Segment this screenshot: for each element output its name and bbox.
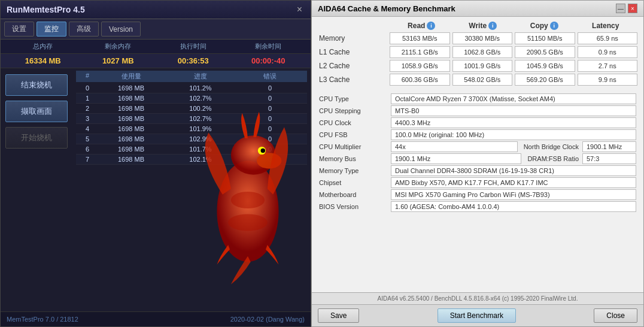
- close-button-right[interactable]: ×: [628, 4, 637, 13]
- sysinfo-row: CPU Type OctalCore AMD Ryzen 7 3700X (Ma…: [317, 93, 639, 104]
- bench-copy: 2090.5 GB/s: [515, 46, 575, 58]
- sysinfo-label: CPU Stepping: [319, 107, 391, 114]
- start-benchmark-button[interactable]: Start Benchmark: [438, 308, 516, 323]
- bench-latency: 65.9 ns: [578, 32, 638, 44]
- row-progress: 100.2%: [166, 105, 235, 112]
- row-errors: 0: [235, 156, 305, 163]
- row-usage: 1698 MB: [96, 105, 166, 112]
- sysinfo-row: CPU Multiplier 44x North Bridge Clock 19…: [317, 141, 639, 152]
- row-progress: 102.7%: [166, 95, 235, 102]
- bench-write: 1062.8 GB/s: [452, 46, 513, 58]
- sysinfo-row: Chipset AMD Bixby X570, AMD K17.7 FCH, A…: [317, 177, 639, 188]
- sysinfo-value: MTS-B0: [391, 105, 636, 116]
- left-nav: 设置 监控 高级 Version: [1, 19, 311, 40]
- stat-val-remain: 1027 MB: [81, 56, 156, 65]
- bench-row: Memory 53163 MB/s 30380 MB/s 51150 MB/s …: [317, 32, 639, 44]
- sysinfo-value2: 1900.1 MHz: [582, 141, 636, 152]
- table-row: 5 1698 MB 102.9% 0: [76, 134, 307, 144]
- row-id: 6: [78, 146, 96, 153]
- save-button[interactable]: Save: [318, 308, 359, 323]
- row-id: 1: [78, 95, 96, 102]
- sysinfo-row: Motherboard MSI MPG X570 Gaming Pro Carb…: [317, 189, 639, 200]
- row-id: 7: [78, 156, 96, 163]
- start-burn-button[interactable]: 开始烧机: [5, 127, 68, 149]
- row-id: 0: [78, 84, 96, 92]
- bench-read: 600.36 GB/s: [390, 74, 450, 86]
- right-footer: AIDA64 v6.25.5400 / BenchDLL 4.5.816.8-x…: [312, 292, 643, 304]
- row-errors: 0: [235, 84, 305, 92]
- row-progress: 101.9%: [166, 125, 235, 132]
- row-usage: 1698 MB: [96, 84, 166, 92]
- nav-monitor[interactable]: 监控: [37, 22, 66, 37]
- col-errors: 错误: [235, 72, 305, 81]
- right-title: AIDA64 Cache & Memory Benchmark: [318, 4, 455, 13]
- bench-write: 30380 MB/s: [452, 32, 513, 44]
- stats-header: 总内存 剩余内存 执行时间 剩余时间: [1, 40, 311, 54]
- stat-label-total: 总内存: [5, 42, 81, 51]
- minimize-button[interactable]: —: [616, 4, 625, 13]
- close-button-right2[interactable]: Close: [594, 308, 637, 323]
- footer-version: MemTestPro 7.0 / 21812: [7, 316, 78, 323]
- write-info-icon[interactable]: i: [488, 22, 497, 30]
- row-progress: 102.1%: [166, 156, 235, 163]
- col-write-header: Write i: [452, 22, 514, 30]
- bench-copy: 1045.9 GB/s: [515, 60, 575, 72]
- bench-label: L3 Cache: [317, 75, 388, 84]
- bench-rows: Memory 53163 MB/s 30380 MB/s 51150 MB/s …: [317, 32, 639, 86]
- col-copy-header: Copy i: [514, 22, 575, 30]
- row-errors: 0: [235, 135, 305, 143]
- footer-text: AIDA64 v6.25.5400 / BenchDLL 4.5.816.8-x…: [378, 295, 578, 302]
- table-row: 1 1698 MB 102.7% 0: [76, 93, 307, 104]
- close-button-left[interactable]: ×: [294, 4, 305, 15]
- left-main: 结束烧机 撷取画面 开始烧机 # 使用量 进度 错误 0 1698 MB 101…: [1, 68, 311, 292]
- stat-label-remaining-time: 剩余时间: [231, 42, 306, 51]
- bench-read: 53163 MB/s: [390, 32, 450, 44]
- copy-info-icon[interactable]: i: [550, 22, 558, 30]
- capture-button[interactable]: 撷取画面: [5, 101, 68, 122]
- nav-settings[interactable]: 设置: [4, 22, 34, 37]
- row-errors: 0: [235, 125, 305, 132]
- row-errors: 0: [235, 95, 305, 102]
- read-info-icon[interactable]: i: [427, 22, 435, 30]
- col-progress: 进度: [166, 72, 235, 81]
- sysinfo-label: Memory Bus: [319, 155, 391, 162]
- table-rows: 0 1698 MB 101.2% 0 1 1698 MB 102.7% 0 2 …: [76, 83, 307, 165]
- nav-advanced[interactable]: 高级: [69, 22, 99, 37]
- stat-val-remaining-time: 00:00:-40: [231, 56, 306, 65]
- bench-row: L2 Cache 1058.9 GB/s 1001.9 GB/s 1045.9 …: [317, 60, 639, 72]
- bench-header: Read i Write i Copy i Latency: [317, 22, 639, 30]
- sysinfo-row: CPU Stepping MTS-B0: [317, 105, 639, 116]
- row-progress: 101.2%: [166, 84, 235, 92]
- sysinfo-value2: 57:3: [582, 153, 636, 164]
- sysinfo-label: Chipset: [319, 179, 391, 186]
- sysinfo-value: OctalCore AMD Ryzen 7 3700X (Matisse, So…: [391, 93, 636, 104]
- sysinfo-value: AMD Bixby X570, AMD K17.7 FCH, AMD K17.7…: [391, 177, 636, 188]
- right-title-bar: AIDA64 Cache & Memory Benchmark — ×: [312, 1, 643, 17]
- bench-label: Memory: [317, 34, 388, 43]
- sysinfo-label: CPU Multiplier: [319, 143, 391, 150]
- sysinfo-label2: DRAM:FSB Ratio: [524, 155, 582, 162]
- bench-copy: 569.20 GB/s: [515, 74, 575, 86]
- sysinfo-value: MSI MPG X570 Gaming Pro Carbon WiFi (MS-…: [391, 189, 636, 200]
- sysinfo-label: CPU FSB: [319, 131, 391, 138]
- row-id: 2: [78, 105, 96, 112]
- nav-version[interactable]: Version: [101, 22, 141, 37]
- sysinfo-section: CPU Type OctalCore AMD Ryzen 7 3700X (Ma…: [317, 93, 639, 212]
- bench-label: L2 Cache: [317, 62, 388, 70]
- end-burn-button[interactable]: 结束烧机: [5, 74, 68, 96]
- bench-latency: 9.9 ns: [578, 74, 638, 86]
- col-latency-header: Latency: [575, 22, 637, 30]
- bench-row: L3 Cache 600.36 GB/s 548.02 GB/s 569.20 …: [317, 74, 639, 86]
- table-header: # 使用量 进度 错误: [76, 71, 307, 82]
- bench-write: 1001.9 GB/s: [452, 60, 513, 72]
- left-title-bar: RunMemtestPro 4.5 ×: [1, 1, 311, 19]
- table-row: 4 1698 MB 101.9% 0: [76, 124, 307, 134]
- row-usage: 1698 MB: [96, 125, 166, 132]
- row-usage: 1698 MB: [96, 146, 166, 153]
- right-actions: Save Start Benchmark Close: [312, 304, 643, 326]
- sysinfo-row: CPU Clock 4400.3 MHz: [317, 117, 639, 128]
- col-id: #: [78, 72, 96, 81]
- benchmark-content: Read i Write i Copy i Latency Memory 531…: [312, 17, 643, 292]
- col-usage: 使用量: [96, 72, 166, 81]
- table-row: 3 1698 MB 102.7% 0: [76, 114, 307, 124]
